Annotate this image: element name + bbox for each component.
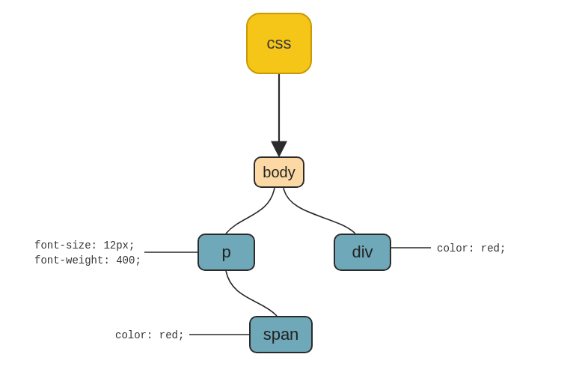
node-body-label: body [263,164,295,181]
annotation-span: color: red; [115,328,184,343]
edge-body-p [226,188,275,234]
node-span-label: span [263,325,299,344]
annotation-p-line1: font-size: 12px; [34,238,141,253]
node-css-label: css [267,34,292,53]
edge-body-div [284,188,355,234]
annotation-p: font-size: 12px; font-weight: 400; [34,238,141,269]
node-p-label: p [221,243,230,262]
node-p: p [197,234,255,271]
annotation-div: color: red; [437,241,506,256]
node-css: css [246,13,312,74]
annotation-p-line2: font-weight: 400; [34,253,141,268]
node-span: span [249,316,313,353]
node-div: div [334,234,391,271]
node-body: body [254,156,304,188]
edge-p-span [226,271,277,316]
node-div-label: div [352,243,373,262]
diagram-canvas: css body p div span font-size: 12px; fon… [0,0,588,375]
